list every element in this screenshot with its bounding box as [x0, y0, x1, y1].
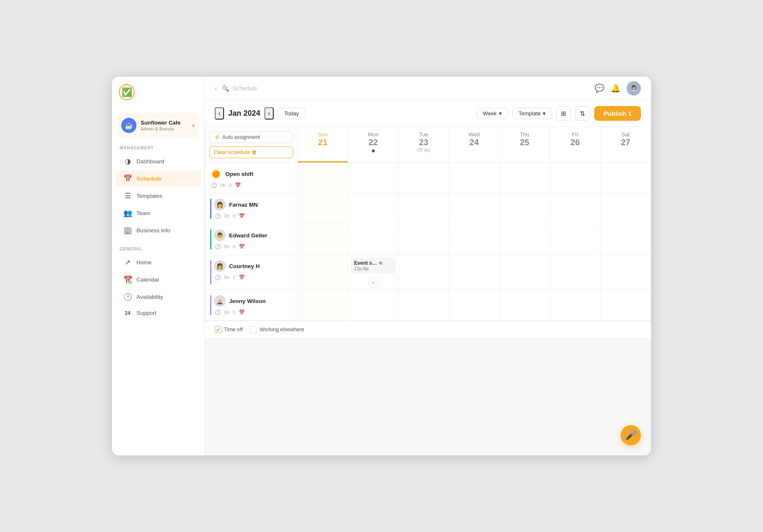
cell-jenny-fri[interactable]	[550, 290, 600, 321]
day-number: 27	[600, 138, 651, 147]
sidebar-item-label: Schedule	[136, 176, 162, 182]
courtney-avatar: 👩	[214, 260, 226, 272]
availability-icon: 🕐	[123, 293, 132, 301]
cell-farnaz-mon[interactable]	[348, 194, 399, 224]
sidebar-item-home[interactable]: ↗ Home	[115, 254, 201, 271]
row-label-jenny: 👩‍🦳 Jenny Wilson 🕐 0h 0 📅	[205, 290, 298, 321]
cell-jenny-tue[interactable]	[399, 290, 449, 321]
sidebar-item-team[interactable]: 👥 Team	[115, 205, 201, 221]
cell-edward-fri[interactable]	[550, 224, 600, 255]
cell-courtney-sat[interactable]	[600, 255, 651, 290]
auto-assign-button[interactable]: ⚡ Auto assignment	[209, 131, 293, 143]
person-bar-jenny	[210, 295, 211, 315]
cell-courtney-fri[interactable]	[550, 255, 600, 290]
cell-open-shift-fri[interactable]	[550, 163, 600, 194]
cell-farnaz-thu[interactable]	[499, 194, 550, 224]
cell-edward-thu[interactable]	[499, 224, 550, 255]
courtney-name: Courtney H	[229, 263, 260, 269]
day-name: Wed	[469, 131, 480, 138]
cell-jenny-thu[interactable]	[499, 290, 550, 321]
open-shift-icon: 🟠	[210, 168, 222, 180]
auto-assign-icon: ⚡	[214, 134, 220, 140]
cell-jenny-sat[interactable]	[600, 290, 651, 321]
home-icon: ↗	[123, 258, 132, 267]
sort-button[interactable]: ⇅	[575, 106, 590, 121]
prev-week-button[interactable]: ‹	[215, 107, 224, 120]
publish-button[interactable]: Publish 1	[594, 106, 641, 121]
clear-schedule-button[interactable]: Clear schedule 🗑	[209, 146, 293, 158]
cell-courtney-thu[interactable]	[499, 255, 550, 290]
calendar-small-icon: 📅	[239, 213, 245, 219]
day-name: Sat	[622, 131, 630, 138]
person-bar-edward	[210, 229, 211, 250]
next-week-button[interactable]: ›	[264, 107, 274, 120]
cell-edward-mon[interactable]	[348, 224, 399, 255]
calendar-small-icon: 📅	[239, 244, 245, 250]
cell-open-shift-sun[interactable]	[298, 163, 348, 194]
sidebar-item-label: Home	[136, 259, 152, 266]
cell-open-shift-sat[interactable]	[600, 163, 651, 194]
cell-farnaz-wed[interactable]	[449, 194, 500, 224]
hours-label: 0h	[220, 183, 226, 188]
calendar-icon: 📆	[123, 275, 132, 284]
cell-edward-tue[interactable]	[399, 224, 449, 255]
cell-open-shift-wed[interactable]	[449, 163, 500, 194]
day-name: Sun	[318, 131, 328, 138]
filter-button[interactable]: ⊞	[556, 106, 571, 121]
cell-open-shift-mon[interactable]	[348, 163, 399, 194]
courtney-meta: 🕐 8h 1 📅	[214, 274, 292, 280]
cell-farnaz-tue[interactable]	[399, 194, 449, 224]
sidebar-item-business-info[interactable]: 🏢 Business info	[115, 222, 201, 239]
time-off-legend: ✓ Time off	[215, 326, 243, 333]
sidebar-item-calendar[interactable]: 📆 Calendar	[115, 271, 201, 288]
farnaz-meta: 🕐 0h 0 📅	[214, 213, 292, 219]
cell-open-shift-thu[interactable]	[499, 163, 550, 194]
shift-card-courtney-mon[interactable]: Event s… 12p-8p	[351, 258, 396, 274]
week-dropdown-button[interactable]: Week ▾	[477, 108, 508, 119]
topbar: ‹ 🔍 Schedule 💬 🔔 👩‍💼	[205, 77, 651, 100]
add-shift-button[interactable]: +	[368, 278, 378, 288]
cell-edward-sun[interactable]	[298, 224, 348, 255]
cell-farnaz-sun[interactable]	[298, 194, 348, 224]
cell-jenny-sun[interactable]	[298, 290, 348, 321]
day-name: Tue	[419, 131, 428, 138]
schedule-body: ⚡ Auto assignment Clear schedule 🗑 Sun 2…	[205, 127, 651, 455]
chat-icon[interactable]: 💬	[595, 83, 605, 93]
jenny-meta: 🕐 0h 0 📅	[214, 309, 292, 315]
sidebar-item-schedule[interactable]: 📅 Schedule	[115, 170, 201, 187]
cell-farnaz-fri[interactable]	[550, 194, 600, 224]
calendar-small-icon: 📅	[239, 274, 245, 280]
working-elsewhere-icon	[250, 326, 257, 333]
user-avatar[interactable]: 👩‍💼	[627, 81, 641, 96]
day-name: Thu	[520, 131, 529, 138]
cell-jenny-mon[interactable]	[348, 290, 399, 321]
off-day-label: Off day	[399, 148, 449, 152]
team-icon: 👥	[123, 209, 132, 218]
cell-courtney-tue[interactable]	[399, 255, 449, 290]
sidebar-item-templates[interactable]: ☰ Templates	[115, 188, 201, 204]
clock-icon: 🕐	[215, 213, 221, 219]
courtney-person: 👩 Courtney H	[214, 260, 292, 272]
bell-icon[interactable]: 🔔	[611, 83, 621, 93]
cell-farnaz-sat[interactable]	[600, 194, 651, 224]
cell-courtney-sun[interactable]	[298, 255, 348, 290]
cell-courtney-mon[interactable]: Event s… 12p-8p +	[348, 255, 399, 290]
cell-edward-wed[interactable]	[449, 224, 500, 255]
cell-jenny-wed[interactable]	[449, 290, 500, 321]
fab-button[interactable]: 🎤	[621, 425, 641, 445]
today-button[interactable]: Today	[278, 108, 305, 119]
sidebar-item-availability[interactable]: 🕐 Availability	[115, 289, 201, 305]
cell-courtney-wed[interactable]	[449, 255, 500, 290]
col-header-wed: Wed 24	[449, 127, 500, 163]
cell-open-shift-tue[interactable]	[399, 163, 449, 194]
template-dropdown-button[interactable]: Template ▾	[512, 108, 552, 119]
sidebar-item-dashboard[interactable]: ◑ Dashboard	[115, 153, 201, 170]
business-info-icon: 🏢	[123, 226, 132, 235]
sidebar-item-label: Templates	[136, 193, 163, 199]
dot-indicator	[372, 149, 375, 152]
sidebar-item-support[interactable]: 24 Support	[115, 306, 201, 320]
cell-edward-sat[interactable]	[600, 224, 651, 255]
workspace-card[interactable]: ☕ Sunflower Cafe Admin & Barista ▾	[117, 113, 199, 138]
trash-icon: 🗑	[252, 149, 257, 155]
sidebar-toggle-button[interactable]: ‹	[215, 85, 217, 92]
